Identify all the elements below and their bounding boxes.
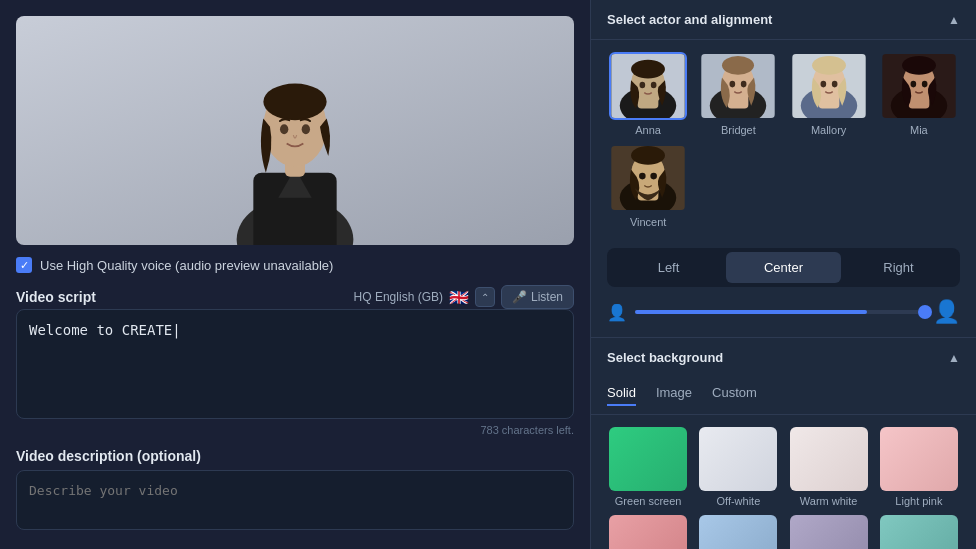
description-section-title: Video description (optional) xyxy=(16,448,574,464)
mic-icon: 🎤 xyxy=(512,290,527,304)
actor-thumb-vincent[interactable] xyxy=(609,144,687,212)
bg-tabs: Solid Image Custom xyxy=(591,377,976,415)
actor-image-vincent xyxy=(611,146,685,210)
actor-image-anna xyxy=(611,54,685,118)
svg-point-15 xyxy=(651,82,657,89)
actor-section-chevron[interactable]: ▲ xyxy=(948,13,960,27)
bg-swatch-teal[interactable] xyxy=(878,515,960,549)
bg-label-greenscreen: Green screen xyxy=(615,495,682,507)
bg-swatch-pink2[interactable] xyxy=(607,515,689,549)
svg-point-28 xyxy=(820,81,826,88)
svg-point-6 xyxy=(265,85,325,118)
bg-label-offwhite: Off-white xyxy=(716,495,760,507)
bg-swatch-purple[interactable] xyxy=(788,515,870,549)
bg-swatch-greenscreen[interactable]: Green screen xyxy=(607,427,689,507)
actor-thumb-bridget[interactable] xyxy=(699,52,777,120)
actor-section-title: Select actor and alignment xyxy=(607,12,772,27)
bg-section-header: Select background ▲ xyxy=(591,337,976,377)
script-textarea[interactable]: Welcome to CREATE| xyxy=(16,309,574,419)
bg-swatch-lightpink[interactable]: Light pink xyxy=(878,427,960,507)
listen-button[interactable]: 🎤 Listen xyxy=(501,285,574,309)
video-preview xyxy=(16,16,574,245)
actor-thumb-mallory[interactable] xyxy=(790,52,868,120)
actor-name-anna: Anna xyxy=(635,124,661,136)
svg-point-36 xyxy=(922,81,928,88)
actor-image-mallory xyxy=(792,54,866,118)
svg-point-42 xyxy=(639,173,646,180)
actor-card-vincent[interactable]: Vincent xyxy=(607,144,689,228)
svg-point-29 xyxy=(831,81,837,88)
svg-point-21 xyxy=(730,81,736,88)
bg-color-greenscreen[interactable] xyxy=(609,427,687,491)
bg-tab-custom[interactable]: Custom xyxy=(712,385,757,406)
bg-swatch-warmwhite[interactable]: Warm white xyxy=(788,427,870,507)
hq-checkbox-label: Use High Quality voice (audio preview un… xyxy=(40,258,333,273)
svg-point-27 xyxy=(812,56,846,75)
svg-point-22 xyxy=(741,81,747,88)
svg-point-34 xyxy=(902,56,936,75)
script-section: Video script HQ English (GB) 🇬🇧 ⌃ 🎤 List… xyxy=(16,285,574,436)
hq-voice-row: Use High Quality voice (audio preview un… xyxy=(16,257,574,273)
size-slider-track[interactable] xyxy=(635,310,925,314)
flag-icon: 🇬🇧 xyxy=(449,288,469,307)
svg-point-13 xyxy=(631,60,665,79)
avatar-background xyxy=(16,16,574,245)
svg-point-43 xyxy=(650,173,657,180)
actor-thumb-anna[interactable] xyxy=(609,52,687,120)
bg-tab-image[interactable]: Image xyxy=(656,385,692,406)
actor-card-bridget[interactable]: Bridget xyxy=(697,52,779,136)
bg-swatch-offwhite[interactable]: Off-white xyxy=(697,427,779,507)
person-large-icon: 👤 xyxy=(933,299,960,325)
svg-point-8 xyxy=(302,124,310,134)
actor-image-bridget xyxy=(701,54,775,118)
align-center-button[interactable]: Center xyxy=(726,252,841,283)
left-panel: Use High Quality voice (audio preview un… xyxy=(0,0,590,549)
actor-thumb-mia[interactable] xyxy=(880,52,958,120)
right-panel: Select actor and alignment ▲ xyxy=(590,0,976,549)
svg-point-41 xyxy=(631,146,665,165)
bg-label-lightpink: Light pink xyxy=(895,495,942,507)
actor-name-mallory: Mallory xyxy=(811,124,846,136)
script-header: Video script HQ English (GB) 🇬🇧 ⌃ 🎤 List… xyxy=(16,285,574,309)
listen-label: Listen xyxy=(531,290,563,304)
actor-name-vincent: Vincent xyxy=(630,216,667,228)
description-section: Video description (optional) xyxy=(16,448,574,533)
align-right-button[interactable]: Right xyxy=(841,252,956,283)
svg-point-14 xyxy=(640,82,646,89)
svg-point-7 xyxy=(280,124,288,134)
bg-tab-solid[interactable]: Solid xyxy=(607,385,636,406)
actor-card-mia[interactable]: Mia xyxy=(878,52,960,136)
size-slider-thumb[interactable] xyxy=(918,305,932,319)
bg-section-chevron[interactable]: ▲ xyxy=(948,351,960,365)
bg-color-pink2[interactable] xyxy=(609,515,687,549)
bg-color-warmwhite[interactable] xyxy=(790,427,868,491)
actor-section-header: Select actor and alignment ▲ xyxy=(591,0,976,40)
avatar-svg xyxy=(195,16,395,245)
actors-grid: Anna Bridget xyxy=(591,40,976,240)
person-small-icon: 👤 xyxy=(607,303,627,322)
bg-grid: Green screen Off-white Warm white Light … xyxy=(591,415,976,549)
actor-card-anna[interactable]: Anna xyxy=(607,52,689,136)
hq-checkbox[interactable] xyxy=(16,257,32,273)
language-label: HQ English (GB) xyxy=(354,290,443,304)
bg-label-warmwhite: Warm white xyxy=(800,495,858,507)
svg-point-35 xyxy=(910,81,916,88)
align-left-button[interactable]: Left xyxy=(611,252,726,283)
language-arrow[interactable]: ⌃ xyxy=(475,287,495,307)
bg-color-lightpink[interactable] xyxy=(880,427,958,491)
char-count: 783 characters left. xyxy=(16,424,574,436)
description-textarea[interactable] xyxy=(16,470,574,530)
actor-card-mallory[interactable]: Mallory xyxy=(788,52,870,136)
svg-point-20 xyxy=(722,56,754,75)
bg-color-offwhite[interactable] xyxy=(699,427,777,491)
actor-name-bridget: Bridget xyxy=(721,124,756,136)
bg-color-teal[interactable] xyxy=(880,515,958,549)
alignment-section: Left Center Right 👤 👤 xyxy=(591,240,976,337)
actor-image-mia xyxy=(882,54,956,118)
bg-swatch-blue[interactable] xyxy=(697,515,779,549)
bg-color-purple[interactable] xyxy=(790,515,868,549)
bg-color-blue[interactable] xyxy=(699,515,777,549)
language-badge: HQ English (GB) 🇬🇧 ⌃ 🎤 Listen xyxy=(354,285,574,309)
bg-section-title: Select background xyxy=(607,350,723,365)
size-slider-row: 👤 👤 xyxy=(607,299,960,325)
